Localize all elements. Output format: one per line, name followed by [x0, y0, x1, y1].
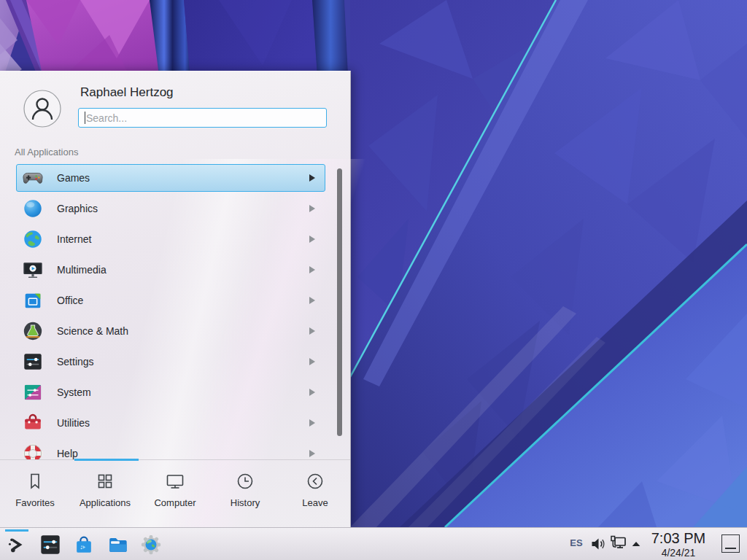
- scrollbar[interactable]: [337, 168, 342, 436]
- category-label: Office: [57, 295, 83, 306]
- category-label: Multimedia: [57, 264, 107, 276]
- menu-category-settings[interactable]: Settings: [0, 346, 350, 377]
- chevron-right-icon: [309, 236, 315, 243]
- tab-label: Computer: [154, 497, 196, 508]
- history-clock-icon: [235, 471, 255, 491]
- menu-category-help[interactable]: Help: [0, 438, 350, 459]
- active-tab-indicator: [74, 459, 139, 461]
- show-desktop-button[interactable]: [721, 534, 740, 553]
- tab-history[interactable]: History: [210, 460, 280, 529]
- category-label: Utilities: [57, 417, 90, 429]
- menu-category-office[interactable]: Office: [0, 285, 350, 316]
- keyboard-layout-indicator[interactable]: ES: [567, 537, 586, 548]
- chevron-right-icon: [309, 297, 315, 304]
- launcher-open-indicator: [5, 529, 28, 532]
- leave-circle-icon: [305, 471, 325, 491]
- search-input[interactable]: [79, 109, 326, 127]
- science-flask-icon: [22, 320, 44, 342]
- category-label: Graphics: [57, 203, 98, 214]
- category-label: Internet: [57, 233, 91, 245]
- search-box: [78, 108, 327, 128]
- chevron-right-icon: [309, 327, 315, 335]
- category-label: System: [57, 386, 91, 398]
- menu-category-internet[interactable]: Internet: [0, 224, 350, 254]
- dolphin-folder-icon[interactable]: [107, 534, 128, 556]
- tab-leave[interactable]: Leave: [280, 460, 350, 529]
- gamepad-icon: [22, 167, 44, 189]
- bookmark-icon: [25, 471, 45, 491]
- section-label: All Applications: [15, 147, 78, 158]
- volume-icon[interactable]: [589, 535, 607, 556]
- taskbar-panel: ES 7:03 PM 4/24/21: [0, 527, 747, 560]
- help-lifebuoy-icon: [22, 443, 44, 459]
- network-icon[interactable]: [609, 534, 628, 556]
- globe-icon: [22, 228, 44, 250]
- tab-label: Leave: [302, 497, 328, 508]
- chevron-right-icon: [309, 358, 315, 365]
- menu-category-multimedia[interactable]: Multimedia: [0, 254, 350, 285]
- clock-date: 4/24/21: [643, 547, 713, 559]
- settings-sliders-icon: [22, 351, 44, 373]
- chevron-right-icon: [309, 266, 315, 273]
- category-label: Help: [57, 448, 78, 459]
- utilities-toolbox-icon: [22, 412, 44, 434]
- tab-computer[interactable]: Computer: [140, 460, 210, 529]
- app-grid-icon: [95, 471, 115, 491]
- category-list: Games Graphics: [0, 163, 350, 459]
- tab-label: Favorites: [15, 497, 54, 508]
- chevron-right-icon: [309, 419, 315, 427]
- chevron-right-icon: [309, 205, 315, 212]
- clock-time: 7:03 PM: [643, 529, 713, 547]
- launcher-tab-bar: Favorites Applications Computer: [0, 459, 350, 529]
- desktop: Raphael Hertzog All Applications: [0, 0, 747, 560]
- text-cursor: [85, 112, 85, 124]
- tab-label: Applications: [80, 497, 131, 508]
- user-avatar-icon: [23, 90, 61, 128]
- discover-bag-icon[interactable]: [73, 534, 95, 556]
- menu-category-games[interactable]: Games: [0, 163, 350, 193]
- clock[interactable]: 7:03 PM 4/24/21: [643, 529, 713, 559]
- menu-category-utilities[interactable]: Utilities: [0, 408, 350, 438]
- tab-applications[interactable]: Applications: [70, 460, 140, 529]
- office-document-icon: [22, 289, 44, 311]
- menu-category-science-math[interactable]: Science & Math: [0, 316, 350, 346]
- category-label: Games: [57, 172, 90, 184]
- konqueror-gear-globe-icon[interactable]: [140, 534, 162, 556]
- system-settings-icon[interactable]: [39, 534, 61, 556]
- multimedia-monitor-icon: [22, 259, 44, 281]
- user-name: Raphael Hertzog: [80, 85, 174, 100]
- application-launcher-popup: Raphael Hertzog All Applications: [0, 71, 351, 528]
- chevron-right-icon: [309, 389, 315, 396]
- chevron-right-icon: [309, 450, 315, 457]
- tab-favorites[interactable]: Favorites: [0, 460, 70, 529]
- system-sliders-icon: [22, 381, 44, 403]
- tab-label: History: [231, 497, 260, 508]
- category-label: Science & Math: [57, 325, 128, 337]
- launcher-header: Raphael Hertzog: [0, 71, 350, 144]
- computer-monitor-icon: [165, 471, 185, 491]
- category-label: Settings: [57, 356, 94, 368]
- menu-category-system[interactable]: System: [0, 377, 350, 408]
- expand-tray-caret-icon[interactable]: [630, 538, 642, 553]
- graphics-sphere-icon: [22, 198, 44, 219]
- menu-category-graphics[interactable]: Graphics: [0, 193, 350, 224]
- chevron-right-icon: [309, 174, 315, 182]
- kde-plasma-launcher-icon[interactable]: [6, 534, 28, 556]
